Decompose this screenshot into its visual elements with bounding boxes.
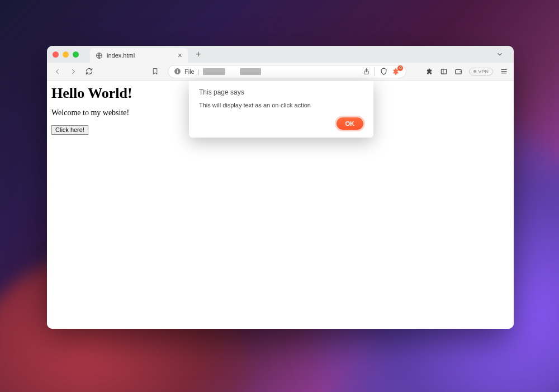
svg-rect-2 bbox=[177, 70, 178, 73]
address-path-redacted bbox=[203, 68, 225, 75]
vpn-button[interactable]: VPN bbox=[469, 68, 493, 75]
toolbar: File | 0 bbox=[47, 63, 514, 81]
alert-title: This page says bbox=[199, 88, 363, 96]
back-button[interactable] bbox=[53, 67, 63, 77]
address-divider: | bbox=[198, 68, 200, 75]
toolbar-divider bbox=[375, 67, 375, 76]
svg-point-3 bbox=[177, 69, 178, 70]
address-path-redacted bbox=[240, 68, 261, 75]
address-bar[interactable]: File | 0 bbox=[168, 65, 406, 78]
tab-title: index.html bbox=[107, 52, 174, 59]
vpn-label: VPN bbox=[478, 69, 489, 74]
toolbar-right: VPN bbox=[425, 67, 508, 75]
alert-message: This will display text as an on-click ac… bbox=[199, 102, 363, 108]
browser-tab[interactable]: index.html × bbox=[90, 48, 188, 63]
tab-close-button[interactable]: × bbox=[178, 51, 182, 59]
wallet-button[interactable] bbox=[454, 68, 462, 75]
window-controls bbox=[53, 51, 79, 58]
extensions-button[interactable] bbox=[425, 68, 433, 75]
tab-strip: index.html × + bbox=[47, 46, 514, 63]
maximize-window-button[interactable] bbox=[73, 51, 79, 58]
page-content: Hello World! Welcome to my website! Clic… bbox=[47, 81, 514, 329]
browser-window: index.html × + File | bbox=[47, 46, 514, 329]
click-here-button[interactable]: Click here! bbox=[51, 125, 88, 135]
svg-rect-5 bbox=[442, 69, 447, 73]
forward-button[interactable] bbox=[68, 67, 78, 77]
brave-badge-count: 0 bbox=[397, 65, 403, 71]
minimize-window-button[interactable] bbox=[63, 51, 69, 58]
site-info-icon[interactable] bbox=[174, 68, 181, 75]
alert-dialog: This page says This will display text as… bbox=[189, 81, 373, 138]
globe-icon bbox=[96, 52, 103, 59]
bookmark-button[interactable] bbox=[150, 67, 160, 77]
new-tab-button[interactable]: + bbox=[192, 49, 204, 59]
share-button[interactable] bbox=[363, 68, 370, 75]
hamburger-menu-button[interactable] bbox=[500, 67, 508, 75]
reload-button[interactable] bbox=[84, 67, 94, 77]
brave-rewards-icon[interactable]: 0 bbox=[391, 67, 400, 76]
brave-shield-icon[interactable] bbox=[380, 67, 388, 75]
address-scheme: File bbox=[184, 68, 195, 75]
tab-overflow-button[interactable] bbox=[491, 50, 508, 58]
alert-actions: OK bbox=[199, 117, 363, 130]
vpn-status-dot bbox=[473, 70, 476, 73]
close-window-button[interactable] bbox=[53, 51, 59, 58]
alert-ok-button[interactable]: OK bbox=[337, 117, 364, 130]
sidebar-toggle-button[interactable] bbox=[440, 68, 448, 75]
